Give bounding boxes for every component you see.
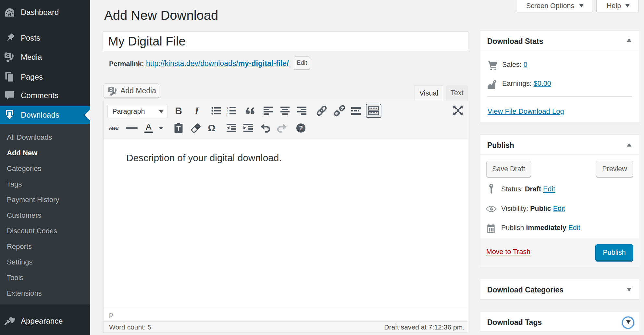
- svg-text:3: 3: [227, 112, 228, 115]
- svg-text:1: 1: [227, 106, 228, 110]
- svg-text:?: ?: [299, 124, 303, 132]
